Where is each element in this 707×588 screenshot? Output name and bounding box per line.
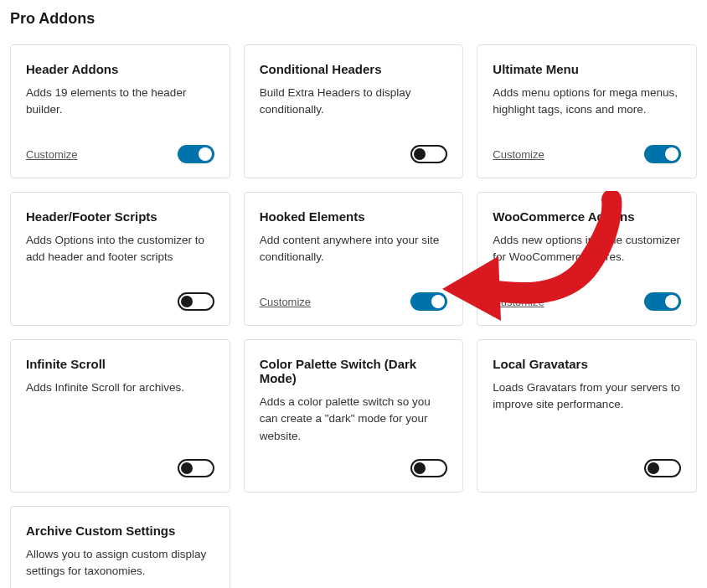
customize-link[interactable]: Customize [260,296,311,308]
addon-desc: Adds Options into the customizer to add … [26,232,214,278]
customize-link[interactable]: Customize [493,296,544,308]
addon-card-archive-custom-settings: Archive Custom Settings Allows you to as… [10,506,230,588]
addon-desc: Build Extra Headers to display condition… [260,85,448,131]
addon-toggle[interactable] [178,459,214,477]
addon-toggle[interactable] [644,145,681,163]
addon-footer [26,458,214,478]
addon-title: Ultimate Menu [493,62,681,76]
addon-title: Header Addons [26,62,214,76]
addon-card-local-gravatars: Local Gravatars Loads Gravatars from you… [477,339,697,493]
addon-desc: Adds Infinite Scroll for archives. [26,379,214,445]
customize-link[interactable]: Customize [493,148,544,161]
addon-toggle[interactable] [410,145,447,163]
addon-card-header-addons: Header Addons Adds 19 elements to the he… [10,44,230,178]
addon-title: Archive Custom Settings [26,524,214,538]
addon-desc: Loads Gravatars from your servers to imp… [493,379,681,445]
addon-card-header-footer-scripts: Header/Footer Scripts Adds Options into … [10,192,230,326]
addon-toggle[interactable] [178,292,214,311]
addon-card-color-palette-switch: Color Palette Switch (Dark Mode) Adds a … [244,339,464,493]
addon-footer [260,458,448,478]
addon-title: Infinite Scroll [26,357,214,371]
addon-desc: Allows you to assign custom display sett… [26,546,214,588]
customize-link[interactable]: Customize [26,148,77,161]
addon-card-woocommerce-addons: WooCommerce Addons Adds new options into… [477,192,697,326]
addon-card-ultimate-menu: Ultimate Menu Adds menu options for mega… [477,44,697,178]
addon-footer: Customize [493,291,681,312]
addon-footer [260,144,448,164]
addon-desc: Add content anywhere into your site cond… [260,232,448,278]
addon-toggle[interactable] [644,292,681,311]
addon-desc: Adds new options into the customizer for… [493,232,681,278]
section-title: Pro Addons [10,10,697,28]
addon-toggle[interactable] [410,459,447,477]
addon-toggle[interactable] [410,292,447,311]
addon-title: Conditional Headers [260,62,448,76]
addon-footer [26,291,214,312]
addon-title: Header/Footer Scripts [26,209,214,224]
addons-grid: Header Addons Adds 19 elements to the he… [10,44,697,588]
addon-title: Hooked Elements [260,209,448,224]
addon-footer [493,458,681,478]
addon-desc: Adds menu options for mega menus, highli… [493,85,681,131]
addon-desc: Adds a color palette switch so you can c… [260,394,448,445]
addon-title: Color Palette Switch (Dark Mode) [260,357,448,385]
addon-card-conditional-headers: Conditional Headers Build Extra Headers … [244,44,464,178]
addon-desc: Adds 19 elements to the header builder. [26,85,214,131]
addon-toggle[interactable] [178,145,214,163]
addon-footer: Customize [260,291,448,312]
addon-toggle[interactable] [644,459,681,477]
addon-footer: Customize [493,144,681,164]
addon-footer: Customize [26,144,214,164]
addon-card-infinite-scroll: Infinite Scroll Adds Infinite Scroll for… [10,339,230,493]
addon-title: Local Gravatars [493,357,681,371]
addon-card-hooked-elements: Hooked Elements Add content anywhere int… [244,192,464,326]
addon-title: WooCommerce Addons [493,209,681,224]
